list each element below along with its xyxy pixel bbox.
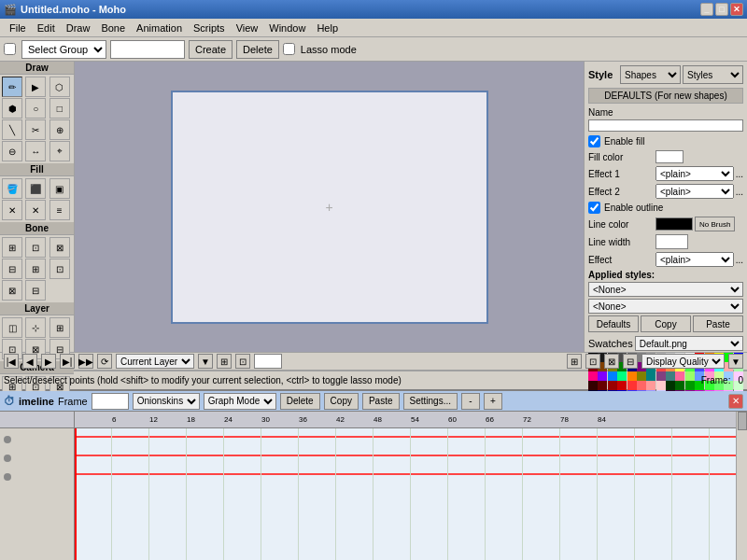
tool-bone-1[interactable]: ⊞	[2, 237, 22, 258]
effect2-select[interactable]: <plain>	[655, 184, 734, 199]
swatches-file-select[interactable]: Default.png	[635, 336, 743, 351]
maximize-button[interactable]: □	[715, 3, 728, 16]
toolbar-text-input[interactable]	[110, 40, 185, 59]
effect1-more[interactable]: ...	[736, 169, 743, 179]
display-quality-select[interactable]: Display Quality	[641, 354, 725, 369]
tool-bone-6[interactable]: ⊡	[49, 259, 70, 279]
tool-draw-4[interactable]: ⬢	[2, 98, 22, 119]
view-btn-3[interactable]: ⊠	[604, 354, 619, 369]
canvas-area[interactable]: +	[75, 62, 584, 352]
tool-bone-5[interactable]: ⊞	[25, 259, 46, 279]
play-button[interactable]: ▶	[41, 354, 56, 369]
menu-item-view[interactable]: View	[231, 21, 264, 35]
styles-dropdown[interactable]: Styles	[683, 65, 743, 84]
layer-arrow[interactable]: ▼	[198, 354, 213, 369]
tool-draw-1[interactable]: ✏	[2, 77, 22, 97]
grid-value-input[interactable]: 20	[254, 354, 282, 369]
select-checkbox[interactable]	[4, 43, 16, 55]
line-color-swatch[interactable]	[655, 217, 693, 231]
tool-draw-8[interactable]: ✂	[25, 119, 46, 140]
timeline-delete-button[interactable]: Delete	[280, 393, 320, 410]
tool-fill-2[interactable]: ⬛	[25, 178, 46, 199]
effect-more[interactable]: ...	[736, 255, 743, 265]
tool-bone-4[interactable]: ⊟	[2, 259, 22, 279]
tool-draw-7[interactable]: ╲	[2, 119, 22, 140]
loop-button[interactable]: ⟳	[97, 354, 112, 369]
timeline-scrollbar[interactable]	[736, 412, 747, 560]
main-canvas[interactable]: +	[171, 91, 488, 324]
tool-fill-6[interactable]: ≡	[49, 200, 70, 220]
tool-draw-10[interactable]: ⊖	[2, 141, 22, 161]
current-layer-select[interactable]: Current Layer	[116, 354, 194, 369]
frame-input[interactable]: 0	[92, 393, 129, 410]
tool-layer-1[interactable]: ◫	[2, 317, 22, 338]
tool-bone-7[interactable]: ⊠	[2, 280, 22, 301]
tool-fill-1[interactable]: 🪣	[2, 178, 22, 199]
timeline-scrollbar-thumb[interactable]	[738, 412, 747, 430]
name-input[interactable]	[588, 119, 743, 132]
view-btn-2[interactable]: ⊡	[585, 354, 600, 369]
go-start-button[interactable]: |◀	[4, 354, 19, 369]
menu-item-window[interactable]: Window	[263, 21, 311, 35]
timeline-minus-button[interactable]: -	[461, 393, 480, 410]
copy-style-button[interactable]: Copy	[641, 315, 691, 332]
close-button[interactable]: ✕	[730, 3, 743, 16]
timeline-tracks[interactable]	[75, 428, 736, 560]
tool-fill-5[interactable]: ✕	[25, 200, 46, 220]
delete-button[interactable]: Delete	[236, 40, 279, 59]
applied-style-1-select[interactable]: <None>	[588, 282, 743, 297]
menu-item-help[interactable]: Help	[311, 21, 344, 35]
group-select[interactable]: Select Group	[21, 40, 106, 59]
tool-draw-11[interactable]: ↔	[25, 141, 46, 161]
tool-draw-12[interactable]: ⌖	[49, 141, 70, 161]
quality-arrow[interactable]: ▼	[728, 354, 743, 369]
enable-outline-checkbox[interactable]	[588, 202, 600, 214]
tool-bone-2[interactable]: ⊡	[25, 237, 46, 258]
timeline-paste-button[interactable]: Paste	[362, 393, 400, 410]
tool-draw-9[interactable]: ⊕	[49, 119, 70, 140]
enable-fill-checkbox[interactable]	[588, 135, 600, 147]
view-btn-1[interactable]: ⊞	[567, 354, 582, 369]
shapes-dropdown[interactable]: Shapes	[620, 65, 681, 84]
tool-draw-3[interactable]: ⬡	[49, 77, 70, 97]
menu-item-draw[interactable]: Draw	[61, 21, 96, 35]
effect-select[interactable]: <plain>	[655, 252, 734, 267]
view-btn-4[interactable]: ⊟	[623, 354, 638, 369]
tool-bone-8[interactable]: ⊟	[25, 280, 46, 301]
graph-mode-select[interactable]: Graph Mode	[204, 393, 276, 410]
tool-bone-3[interactable]: ⊠	[49, 237, 70, 258]
paste-style-button[interactable]: Paste	[693, 315, 743, 332]
tool-layer-3[interactable]: ⊞	[49, 317, 70, 338]
timeline-plus-button[interactable]: +	[484, 393, 502, 410]
create-button[interactable]: Create	[189, 40, 233, 59]
fill-color-swatch[interactable]	[655, 150, 684, 163]
timeline-close-button[interactable]: ✕	[728, 394, 743, 409]
effect2-more[interactable]: ...	[736, 187, 743, 197]
menu-item-animation[interactable]: Animation	[131, 21, 188, 35]
lasso-checkbox[interactable]	[283, 43, 295, 55]
tool-draw-2[interactable]: ▶	[25, 77, 46, 97]
tool-layer-2[interactable]: ⊹	[25, 317, 46, 338]
no-brush-button[interactable]: No Brush	[695, 217, 735, 231]
menu-item-bone[interactable]: Bone	[95, 21, 131, 35]
tool-fill-3[interactable]: ▣	[49, 178, 70, 199]
timeline-copy-button[interactable]: Copy	[324, 393, 359, 410]
tool-draw-5[interactable]: ○	[25, 98, 46, 119]
grid-toggle-1[interactable]: ⊞	[217, 354, 232, 369]
line-width-input[interactable]: 1	[655, 234, 688, 249]
onionskins-select[interactable]: Onionskins	[133, 393, 200, 410]
menu-item-file[interactable]: File	[4, 21, 32, 35]
go-end-button[interactable]: ▶▶	[78, 354, 93, 369]
tool-fill-4[interactable]: ✕	[2, 200, 22, 220]
prev-frame-button[interactable]: ◀	[22, 354, 37, 369]
tool-draw-6[interactable]: □	[49, 98, 70, 119]
timeline-settings-button[interactable]: Settings...	[403, 393, 458, 410]
applied-style-2-select[interactable]: <None>	[588, 299, 743, 314]
minimize-button[interactable]: _	[700, 3, 713, 16]
effect1-select[interactable]: <plain>	[655, 166, 734, 181]
menu-item-edit[interactable]: Edit	[32, 21, 61, 35]
grid-toggle-2[interactable]: ⊡	[235, 354, 250, 369]
defaults-button[interactable]: Defaults	[588, 315, 639, 332]
menu-item-scripts[interactable]: Scripts	[188, 21, 231, 35]
next-frame-button[interactable]: ▶|	[60, 354, 75, 369]
